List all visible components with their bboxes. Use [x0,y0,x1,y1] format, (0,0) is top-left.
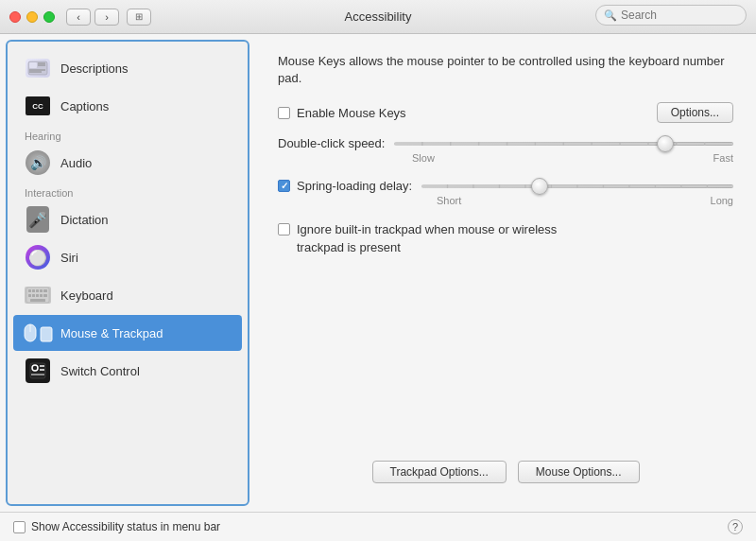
svg-rect-9 [36,289,39,292]
captions-icon: CC [25,93,51,119]
window-title: Accessibility [345,9,412,24]
section-header-hearing: Hearing [8,125,248,144]
title-bar: ‹ › ⊞ Accessibility 🔍 [0,0,756,34]
sidebar-item-label-keyboard: Keyboard [60,288,113,303]
sidebar-item-mouse-trackpad[interactable]: Mouse & Trackpad [13,315,242,351]
mouse-trackpad-icon [25,320,51,346]
sidebar-item-label-descriptions: Descriptions [60,61,129,76]
enable-mouse-keys-label[interactable]: Enable Mouse Keys [278,106,406,120]
svg-rect-7 [28,289,31,292]
svg-rect-12 [28,294,31,297]
maximize-button[interactable] [43,11,55,23]
footer: Show Accessibility status in menu bar ? [0,512,756,541]
spring-loading-short-label: Short [437,195,461,206]
descriptions-icon [25,55,51,81]
double-click-speed-section: Double-click speed: [278,136,733,164]
section-header-interaction: Interaction [8,182,248,201]
spring-loading-section: Spring-loading delay: [278,179,733,206]
double-click-label: Double-click speed: [278,136,385,150]
svg-rect-11 [43,289,47,292]
double-click-labels: Slow Fast [278,152,733,164]
ignore-trackpad-row: Ignore built-in trackpad when mouse or w… [278,221,733,255]
svg-rect-1 [29,62,37,68]
back-button[interactable]: ‹ [66,9,91,26]
show-status-checkbox[interactable] [13,521,26,533]
close-button[interactable] [9,11,21,23]
sidebar-item-audio[interactable]: 🔊 Audio [13,145,242,181]
content-panel: Mouse Keys allows the mouse pointer to b… [255,34,756,512]
siri-icon: ⚪ [25,244,51,270]
enable-mouse-keys-row: Enable Mouse Keys Options... [278,102,733,123]
sidebar-item-switch-control[interactable]: Switch Control [13,353,242,389]
nav-buttons: ‹ › [66,9,119,26]
sidebar-item-label-mouse-trackpad: Mouse & Trackpad [60,326,163,340]
search-bar[interactable]: 🔍 [595,5,747,26]
ignore-trackpad-checkbox[interactable] [278,223,290,236]
double-click-fast-label: Fast [713,152,733,164]
double-click-slider-container [394,142,733,146]
sidebar-item-label-captions: Captions [60,99,109,113]
spring-loading-slider-track[interactable] [421,184,733,188]
sidebar-item-captions[interactable]: CC Captions [13,88,242,124]
description-text: Mouse Keys allows the mouse pointer to b… [278,53,733,87]
svg-rect-8 [32,289,35,292]
enable-mouse-keys-checkbox[interactable] [278,107,290,119]
spring-loading-labels: Short Long [278,195,733,206]
main-content: Descriptions CC Captions Hearing 🔊 Audio… [0,34,756,512]
svg-rect-15 [40,294,43,297]
svg-rect-17 [30,299,45,302]
trackpad-options-button[interactable]: Trackpad Options... [372,461,507,483]
sidebar-item-label-dictation: Dictation [60,213,109,227]
double-click-slider-track[interactable] [394,142,733,146]
double-click-thumb[interactable] [657,135,674,152]
search-icon: 🔍 [604,9,617,22]
help-icon[interactable]: ? [728,519,743,534]
bottom-buttons: Trackpad Options... Mouse Options... [278,461,733,483]
forward-button[interactable]: › [94,9,119,26]
spring-loading-long-label: Long [711,195,733,206]
ignore-trackpad-label[interactable]: Ignore built-in trackpad when mouse or w… [278,221,599,255]
sidebar-item-keyboard[interactable]: Keyboard [13,277,242,313]
double-click-slider-row: Double-click speed: [278,136,733,150]
search-input[interactable] [621,9,738,22]
sidebar-item-siri[interactable]: ⚪ Siri [13,239,242,275]
show-status-label[interactable]: Show Accessibility status in menu bar [13,520,220,533]
switch-control-icon [25,358,51,384]
svg-rect-14 [36,294,39,297]
sidebar: Descriptions CC Captions Hearing 🔊 Audio… [6,40,249,506]
sidebar-item-label-switch-control: Switch Control [60,364,140,378]
keyboard-icon [25,282,51,308]
spring-loading-label[interactable]: Spring-loading delay: [278,179,412,193]
traffic-lights [9,11,55,23]
svg-rect-10 [40,289,43,292]
grid-button[interactable]: ⊞ [127,9,151,26]
minimize-button[interactable] [26,11,38,23]
svg-rect-16 [43,294,47,297]
sidebar-item-label-audio: Audio [60,156,92,170]
spring-loading-slider-row: Spring-loading delay: [278,179,733,193]
spring-loading-thumb[interactable] [531,178,548,195]
audio-icon: 🔊 [25,149,51,176]
mouse-options-button[interactable]: Mouse Options... [518,461,640,483]
dictation-icon: 🎤 [25,206,51,233]
sidebar-item-dictation[interactable]: 🎤 Dictation [13,201,242,237]
spring-loading-slider-container [421,184,733,188]
double-click-slow-label: Slow [412,152,435,164]
options-button[interactable]: Options... [657,102,733,123]
spring-loading-checkbox[interactable] [278,180,290,192]
svg-rect-13 [32,294,35,297]
sidebar-item-label-siri: Siri [60,251,78,265]
sidebar-item-descriptions[interactable]: Descriptions [13,50,242,86]
svg-rect-20 [41,327,52,341]
